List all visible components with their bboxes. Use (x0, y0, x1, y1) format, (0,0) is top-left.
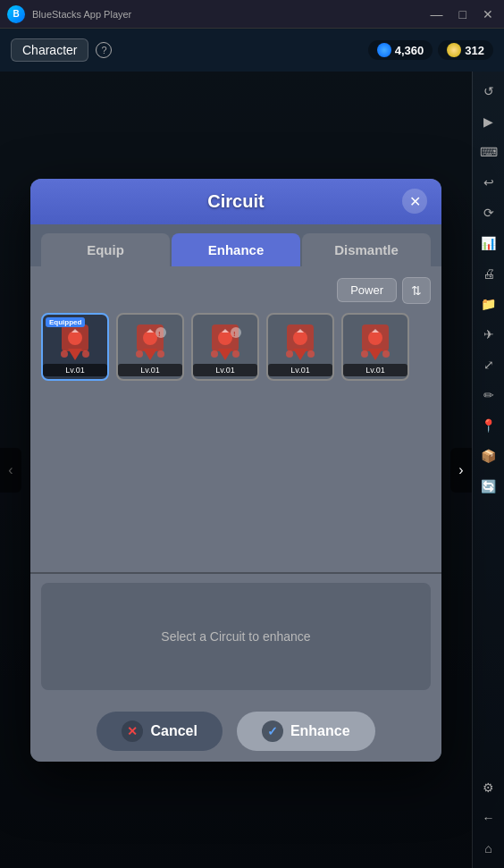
currency-gold: 312 (438, 40, 493, 60)
circuit-level-1: Lv.01 (43, 364, 107, 376)
sort-direction-icon: ⇅ (411, 283, 422, 298)
window-controls[interactable]: — □ ✕ (427, 5, 497, 23)
nav-icon-print[interactable]: 🖨 (476, 261, 501, 286)
nav-icon-resize[interactable]: ⤢ (476, 352, 501, 377)
nav-icon-layers[interactable]: 📦 (476, 443, 501, 468)
currency-display: 4,360 312 (368, 40, 493, 60)
nav-icon-left[interactable]: ← (476, 805, 501, 830)
svg-point-22 (361, 350, 368, 358)
circuit-level-4: Lv.01 (268, 364, 332, 376)
sort-direction-button[interactable]: ⇅ (402, 277, 431, 304)
circuit-grid: Equipped Lv.01 (41, 313, 431, 563)
app-title: BlueStacks App Player (32, 9, 131, 20)
tab-dismantle[interactable]: Dismantle (302, 233, 431, 266)
circuit-card-2[interactable]: ! Lv.01 (116, 313, 184, 381)
select-hint-text: Select a Circuit to enhance (161, 629, 310, 644)
sort-bar: Power ⇅ (41, 277, 431, 304)
tab-equip[interactable]: Equip (41, 233, 170, 266)
nav-icon-keyboard[interactable]: ⌨ (476, 139, 501, 164)
cancel-icon: ✕ (122, 721, 143, 742)
svg-point-18 (286, 350, 293, 358)
circuit-info-panel: Select a Circuit to enhance (41, 583, 431, 690)
svg-point-7 (157, 350, 164, 358)
svg-point-21 (368, 331, 382, 345)
modal-divider (30, 572, 441, 574)
svg-point-13 (232, 350, 239, 358)
svg-point-8 (155, 327, 166, 338)
svg-point-23 (382, 350, 390, 358)
enhance-button[interactable]: ✓ Enhance (237, 712, 375, 751)
nav-icon-back[interactable]: ↩ (476, 170, 501, 195)
gold-currency-icon (447, 43, 461, 57)
gold-currency-value: 312 (465, 44, 484, 57)
nav-icon-sync[interactable]: 🔄 (476, 474, 501, 499)
modal-header: Circuit ✕ (30, 179, 441, 224)
character-label: Character (22, 43, 77, 57)
nav-icon-2[interactable]: ▶ (476, 109, 501, 134)
circuit-level-3: Lv.01 (193, 364, 257, 376)
close-btn[interactable]: ✕ (479, 5, 497, 23)
equipped-tag: Equipped (46, 317, 85, 327)
nav-icon-pin[interactable]: 📍 (476, 413, 501, 438)
blue-currency-value: 4,360 (395, 44, 424, 57)
game-area: ‹ Circuit ✕ Equip Enhance Dismantle (0, 72, 504, 868)
help-icon-btn[interactable]: ? (96, 42, 112, 58)
tab-enhance[interactable]: Enhance (172, 233, 300, 266)
nav-icon-1[interactable]: ↺ (476, 79, 501, 104)
svg-point-3 (82, 350, 89, 358)
modal-footer: ✕ Cancel ✓ Enhance (30, 701, 441, 762)
svg-point-5 (143, 331, 157, 345)
blue-currency-icon (377, 43, 391, 57)
svg-text:!: ! (233, 330, 236, 338)
cancel-label: Cancel (150, 723, 197, 739)
character-button[interactable]: Character (11, 38, 88, 62)
nav-icon-rotate[interactable]: ⟳ (476, 200, 501, 225)
sort-power-button[interactable]: Power (337, 278, 397, 302)
svg-point-11 (218, 331, 232, 345)
svg-point-12 (211, 350, 218, 358)
circuit-modal: Circuit ✕ Equip Enhance Dismantle (30, 179, 441, 762)
nav-icon-settings[interactable]: ⚙ (476, 775, 501, 800)
maximize-btn[interactable]: □ (456, 5, 470, 23)
tab-bar: Equip Enhance Dismantle (30, 224, 441, 266)
bluestacks-topbar: B BlueStacks App Player — □ ✕ (0, 0, 504, 29)
svg-point-1 (68, 331, 82, 345)
circuit-level-5: Lv.01 (343, 364, 407, 376)
nav-icon-airplane[interactable]: ✈ (476, 322, 501, 347)
circuit-card-5[interactable]: Lv.01 (341, 313, 409, 381)
nav-icon-chart[interactable]: 📊 (476, 231, 501, 256)
bluestacks-logo: B (7, 5, 25, 23)
circuit-card-4[interactable]: Lv.01 (266, 313, 334, 381)
side-nav-right: ↺ ▶ ⌨ ↩ ⟳ 📊 🖨 📁 ✈ ⤢ ✏ 📍 📦 🔄 ⚙ ← ⌂ (472, 72, 504, 868)
svg-point-19 (307, 350, 315, 358)
cancel-button[interactable]: ✕ Cancel (97, 712, 222, 751)
svg-point-14 (231, 327, 241, 338)
close-x-icon: ✕ (409, 193, 421, 210)
modal-overlay: Circuit ✕ Equip Enhance Dismantle (0, 72, 472, 868)
nav-icon-home[interactable]: ⌂ (476, 836, 501, 861)
enhance-label: Enhance (290, 723, 350, 739)
svg-point-6 (136, 350, 143, 358)
svg-point-2 (61, 350, 68, 358)
right-nav-arrow[interactable]: › (450, 448, 472, 493)
svg-text:!: ! (158, 330, 161, 338)
circuit-level-2: Lv.01 (118, 364, 182, 376)
nav-icon-folder[interactable]: 📁 (476, 291, 501, 316)
currency-blue: 4,360 (368, 40, 433, 60)
minimize-btn[interactable]: — (427, 5, 447, 23)
modal-title: Circuit (207, 191, 264, 212)
svg-point-17 (293, 331, 307, 345)
circuit-card-3[interactable]: ! Lv.01 (191, 313, 259, 381)
game-header: Character ? 4,360 312 (0, 29, 504, 72)
enhance-icon: ✓ (262, 721, 283, 742)
modal-close-button[interactable]: ✕ (402, 189, 427, 214)
nav-icon-edit[interactable]: ✏ (476, 383, 501, 408)
circuit-card-1[interactable]: Equipped Lv.01 (41, 313, 109, 381)
modal-body: Power ⇅ (30, 266, 441, 701)
